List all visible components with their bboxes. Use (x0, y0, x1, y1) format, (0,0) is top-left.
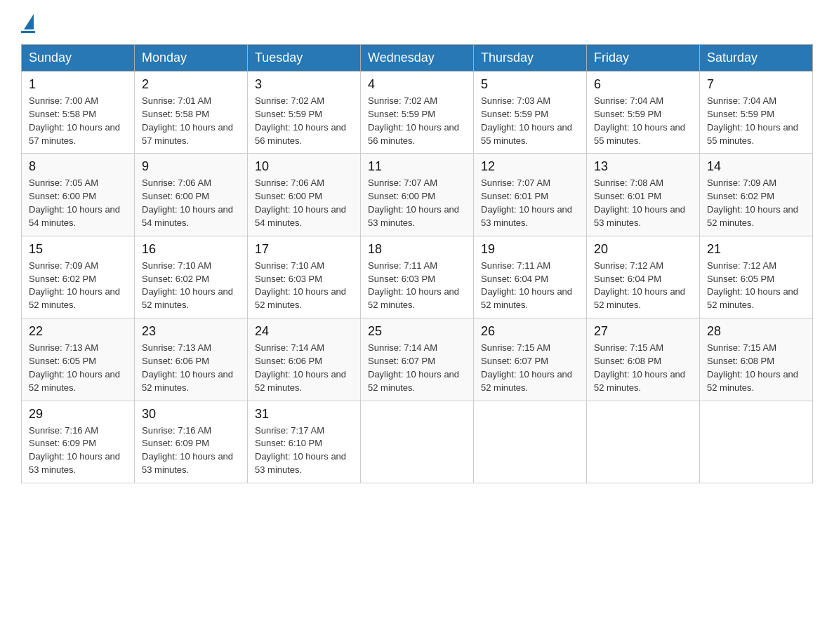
sun-info: Sunrise: 7:13 AMSunset: 6:05 PMDaylight:… (29, 342, 127, 394)
calendar-cell: 15Sunrise: 7:09 AMSunset: 6:02 PMDayligh… (22, 236, 135, 318)
sun-info: Sunrise: 7:10 AMSunset: 6:02 PMDaylight:… (142, 260, 240, 312)
calendar-cell: 5Sunrise: 7:03 AMSunset: 5:59 PMDaylight… (474, 72, 587, 154)
calendar-cell: 10Sunrise: 7:06 AMSunset: 6:00 PMDayligh… (248, 154, 361, 236)
day-number: 30 (142, 407, 240, 422)
sun-info: Sunrise: 7:00 AMSunset: 5:58 PMDaylight:… (29, 95, 127, 147)
sun-info: Sunrise: 7:01 AMSunset: 5:58 PMDaylight:… (142, 95, 240, 147)
sun-info: Sunrise: 7:07 AMSunset: 6:00 PMDaylight:… (368, 177, 466, 229)
header-day-thursday: Thursday (474, 45, 587, 72)
day-number: 29 (29, 407, 127, 422)
day-number: 23 (142, 324, 240, 339)
day-number: 27 (594, 324, 692, 339)
calendar-cell: 29Sunrise: 7:16 AMSunset: 6:09 PMDayligh… (22, 401, 135, 483)
day-number: 17 (255, 242, 353, 257)
sun-info: Sunrise: 7:13 AMSunset: 6:06 PMDaylight:… (142, 342, 240, 394)
sun-info: Sunrise: 7:06 AMSunset: 6:00 PMDaylight:… (255, 177, 353, 229)
calendar-cell: 27Sunrise: 7:15 AMSunset: 6:08 PMDayligh… (587, 318, 700, 401)
calendar-cell: 4Sunrise: 7:02 AMSunset: 5:59 PMDaylight… (361, 72, 474, 154)
day-number: 21 (707, 242, 805, 257)
day-number: 11 (368, 159, 466, 174)
calendar-cell (361, 401, 474, 483)
day-number: 10 (255, 159, 353, 174)
sun-info: Sunrise: 7:14 AMSunset: 6:06 PMDaylight:… (255, 342, 353, 394)
sun-info: Sunrise: 7:15 AMSunset: 6:08 PMDaylight:… (594, 342, 692, 394)
sun-info: Sunrise: 7:02 AMSunset: 5:59 PMDaylight:… (368, 95, 466, 147)
calendar-cell: 7Sunrise: 7:04 AMSunset: 5:59 PMDaylight… (700, 72, 813, 154)
day-number: 6 (594, 77, 692, 92)
calendar-cell: 16Sunrise: 7:10 AMSunset: 6:02 PMDayligh… (135, 236, 248, 318)
day-number: 25 (368, 324, 466, 339)
calendar-week-5: 29Sunrise: 7:16 AMSunset: 6:09 PMDayligh… (22, 401, 813, 483)
sun-info: Sunrise: 7:05 AMSunset: 6:00 PMDaylight:… (29, 177, 127, 229)
sun-info: Sunrise: 7:08 AMSunset: 6:01 PMDaylight:… (594, 177, 692, 229)
header-day-monday: Monday (135, 45, 248, 72)
calendar-cell: 17Sunrise: 7:10 AMSunset: 6:03 PMDayligh… (248, 236, 361, 318)
day-number: 20 (594, 242, 692, 257)
logo-triangle-icon (24, 14, 34, 29)
calendar-cell: 8Sunrise: 7:05 AMSunset: 6:00 PMDaylight… (22, 154, 135, 236)
sun-info: Sunrise: 7:10 AMSunset: 6:03 PMDaylight:… (255, 260, 353, 312)
logo-underline (21, 31, 35, 33)
day-number: 1 (29, 77, 127, 92)
sun-info: Sunrise: 7:14 AMSunset: 6:07 PMDaylight:… (368, 342, 466, 394)
day-number: 4 (368, 77, 466, 92)
calendar-week-3: 15Sunrise: 7:09 AMSunset: 6:02 PMDayligh… (22, 236, 813, 318)
header-row: SundayMondayTuesdayWednesdayThursdayFrid… (22, 45, 813, 72)
calendar-cell: 28Sunrise: 7:15 AMSunset: 6:08 PMDayligh… (700, 318, 813, 401)
sun-info: Sunrise: 7:11 AMSunset: 6:04 PMDaylight:… (481, 260, 579, 312)
calendar-cell: 25Sunrise: 7:14 AMSunset: 6:07 PMDayligh… (361, 318, 474, 401)
calendar-cell: 21Sunrise: 7:12 AMSunset: 6:05 PMDayligh… (700, 236, 813, 318)
day-number: 16 (142, 242, 240, 257)
header-day-saturday: Saturday (700, 45, 813, 72)
day-number: 9 (142, 159, 240, 174)
calendar-body: 1Sunrise: 7:00 AMSunset: 5:58 PMDaylight… (22, 72, 813, 483)
calendar-week-2: 8Sunrise: 7:05 AMSunset: 6:00 PMDaylight… (22, 154, 813, 236)
sun-info: Sunrise: 7:03 AMSunset: 5:59 PMDaylight:… (481, 95, 579, 147)
day-number: 8 (29, 159, 127, 174)
calendar-cell: 3Sunrise: 7:02 AMSunset: 5:59 PMDaylight… (248, 72, 361, 154)
calendar-cell: 2Sunrise: 7:01 AMSunset: 5:58 PMDaylight… (135, 72, 248, 154)
page-header (21, 14, 813, 33)
calendar-cell: 18Sunrise: 7:11 AMSunset: 6:03 PMDayligh… (361, 236, 474, 318)
sun-info: Sunrise: 7:09 AMSunset: 6:02 PMDaylight:… (29, 260, 127, 312)
calendar-cell: 9Sunrise: 7:06 AMSunset: 6:00 PMDaylight… (135, 154, 248, 236)
calendar-cell: 20Sunrise: 7:12 AMSunset: 6:04 PMDayligh… (587, 236, 700, 318)
sun-info: Sunrise: 7:17 AMSunset: 6:10 PMDaylight:… (255, 424, 353, 477)
day-number: 7 (707, 77, 805, 92)
day-number: 24 (255, 324, 353, 339)
day-number: 15 (29, 242, 127, 257)
day-number: 31 (255, 407, 353, 422)
calendar-week-1: 1Sunrise: 7:00 AMSunset: 5:58 PMDaylight… (22, 72, 813, 154)
header-day-tuesday: Tuesday (248, 45, 361, 72)
calendar-table: SundayMondayTuesdayWednesdayThursdayFrid… (21, 44, 813, 483)
sun-info: Sunrise: 7:04 AMSunset: 5:59 PMDaylight:… (707, 95, 805, 147)
calendar-week-4: 22Sunrise: 7:13 AMSunset: 6:05 PMDayligh… (22, 318, 813, 401)
sun-info: Sunrise: 7:15 AMSunset: 6:07 PMDaylight:… (481, 342, 579, 394)
day-number: 18 (368, 242, 466, 257)
sun-info: Sunrise: 7:16 AMSunset: 6:09 PMDaylight:… (29, 424, 127, 477)
day-number: 14 (707, 159, 805, 174)
calendar-cell (474, 401, 587, 483)
sun-info: Sunrise: 7:11 AMSunset: 6:03 PMDaylight:… (368, 260, 466, 312)
calendar-cell: 24Sunrise: 7:14 AMSunset: 6:06 PMDayligh… (248, 318, 361, 401)
sun-info: Sunrise: 7:04 AMSunset: 5:59 PMDaylight:… (594, 95, 692, 147)
day-number: 28 (707, 324, 805, 339)
sun-info: Sunrise: 7:16 AMSunset: 6:09 PMDaylight:… (142, 424, 240, 477)
calendar-cell: 13Sunrise: 7:08 AMSunset: 6:01 PMDayligh… (587, 154, 700, 236)
header-day-sunday: Sunday (22, 45, 135, 72)
calendar-header: SundayMondayTuesdayWednesdayThursdayFrid… (22, 45, 813, 72)
sun-info: Sunrise: 7:12 AMSunset: 6:04 PMDaylight:… (594, 260, 692, 312)
calendar-cell: 14Sunrise: 7:09 AMSunset: 6:02 PMDayligh… (700, 154, 813, 236)
sun-info: Sunrise: 7:12 AMSunset: 6:05 PMDaylight:… (707, 260, 805, 312)
logo (21, 14, 35, 33)
day-number: 5 (481, 77, 579, 92)
calendar-cell: 1Sunrise: 7:00 AMSunset: 5:58 PMDaylight… (22, 72, 135, 154)
sun-info: Sunrise: 7:09 AMSunset: 6:02 PMDaylight:… (707, 177, 805, 229)
calendar-cell: 31Sunrise: 7:17 AMSunset: 6:10 PMDayligh… (248, 401, 361, 483)
calendar-cell: 11Sunrise: 7:07 AMSunset: 6:00 PMDayligh… (361, 154, 474, 236)
header-day-wednesday: Wednesday (361, 45, 474, 72)
calendar-cell: 30Sunrise: 7:16 AMSunset: 6:09 PMDayligh… (135, 401, 248, 483)
calendar-cell: 22Sunrise: 7:13 AMSunset: 6:05 PMDayligh… (22, 318, 135, 401)
calendar-cell: 12Sunrise: 7:07 AMSunset: 6:01 PMDayligh… (474, 154, 587, 236)
calendar-cell: 23Sunrise: 7:13 AMSunset: 6:06 PMDayligh… (135, 318, 248, 401)
